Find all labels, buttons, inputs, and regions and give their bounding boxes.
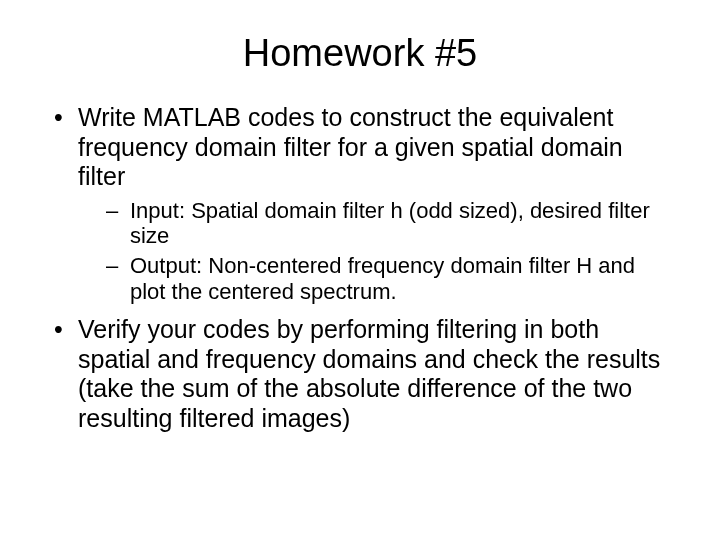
- bullet-list: Write MATLAB codes to construct the equi…: [48, 103, 672, 433]
- sub-item: Input: Spatial domain filter h (odd size…: [78, 198, 672, 250]
- slide-title: Homework #5: [48, 32, 672, 75]
- bullet-text: Verify your codes by performing filterin…: [78, 315, 660, 432]
- bullet-text: Write MATLAB codes to construct the equi…: [78, 103, 623, 190]
- slide: Homework #5 Write MATLAB codes to constr…: [0, 0, 720, 540]
- sub-list: Input: Spatial domain filter h (odd size…: [78, 198, 672, 306]
- sub-item: Output: Non-centered frequency domain fi…: [78, 253, 672, 305]
- list-item: Write MATLAB codes to construct the equi…: [48, 103, 672, 305]
- list-item: Verify your codes by performing filterin…: [48, 315, 672, 433]
